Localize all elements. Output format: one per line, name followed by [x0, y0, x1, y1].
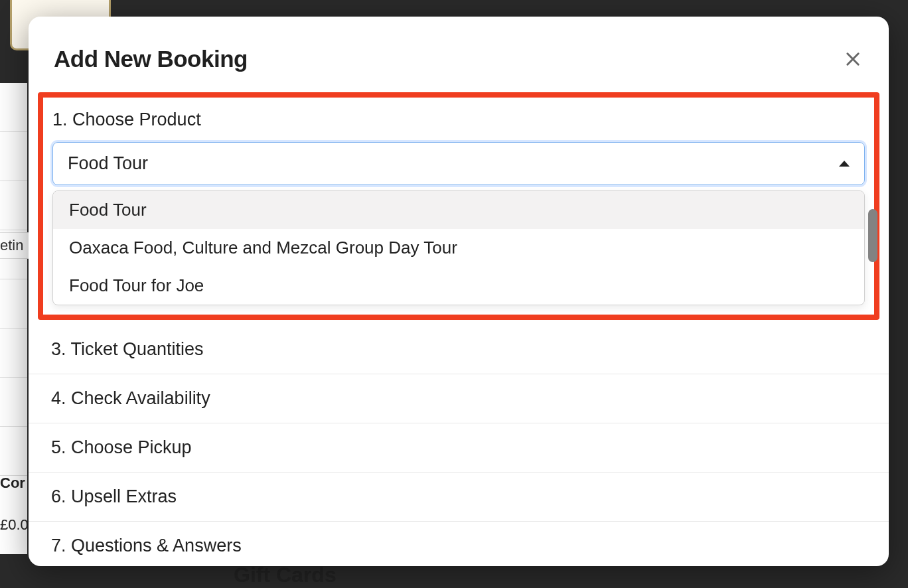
- steps-list: 3. Ticket Quantities 4. Check Availabili…: [29, 325, 889, 570]
- product-select[interactable]: Food Tour: [52, 142, 865, 185]
- background-text-fragment: Cor: [0, 475, 30, 492]
- background-text-fragment: £0.0: [0, 516, 30, 534]
- modal-header: Add New Booking: [29, 17, 889, 72]
- product-option[interactable]: Oaxaca Food, Culture and Mezcal Group Da…: [53, 229, 864, 267]
- close-icon: [844, 50, 862, 68]
- step-item-choose-pickup[interactable]: 5. Choose Pickup: [29, 423, 889, 473]
- modal-title: Add New Booking: [54, 46, 248, 72]
- step-item-questions-answers[interactable]: 7. Questions & Answers: [29, 522, 889, 570]
- scrollbar-thumb[interactable]: [868, 209, 877, 262]
- product-option[interactable]: Food Tour for Joe: [53, 267, 864, 305]
- product-select-value: Food Tour: [68, 153, 148, 174]
- close-button[interactable]: [842, 48, 864, 70]
- step-1-highlight: 1. Choose Product Food Tour Food Tour Oa…: [38, 92, 879, 320]
- product-dropdown-list: Food Tour Oaxaca Food, Culture and Mezca…: [52, 190, 865, 305]
- step-1-label: 1. Choose Product: [52, 110, 865, 130]
- caret-up-icon: [839, 161, 850, 167]
- add-booking-modal: Add New Booking 1. Choose Product Food T…: [29, 17, 889, 566]
- step-item-ticket-quantities[interactable]: 3. Ticket Quantities: [29, 325, 889, 374]
- product-option[interactable]: Food Tour: [53, 191, 864, 229]
- background-text-fragment: etin: [0, 232, 30, 259]
- step-item-upsell-extras[interactable]: 6. Upsell Extras: [29, 473, 889, 522]
- step-item-check-availability[interactable]: 4. Check Availability: [29, 374, 889, 423]
